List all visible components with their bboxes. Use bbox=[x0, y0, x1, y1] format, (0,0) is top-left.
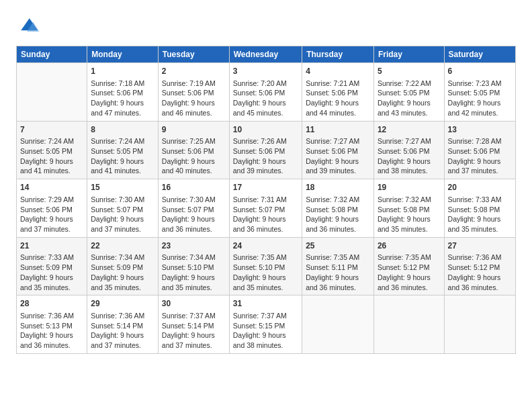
day-number: 16 bbox=[162, 182, 226, 193]
day-info-line: Sunset: 5:13 PM bbox=[20, 321, 83, 331]
day-info-line: Sunrise: 7:26 AM bbox=[233, 136, 298, 146]
day-info-line: and 40 minutes. bbox=[162, 166, 226, 176]
calendar-cell: 11Sunrise: 7:27 AMSunset: 5:06 PMDayligh… bbox=[302, 121, 374, 179]
day-info-line: Sunset: 5:11 PM bbox=[306, 263, 370, 273]
day-number: 29 bbox=[91, 298, 154, 310]
day-info-line: and 37 minutes. bbox=[20, 224, 83, 234]
calendar-cell: 15Sunrise: 7:30 AMSunset: 5:07 PMDayligh… bbox=[87, 179, 159, 238]
day-info-line: Daylight: 9 hours bbox=[233, 330, 298, 340]
day-info-line: Sunset: 5:06 PM bbox=[162, 146, 226, 156]
day-info-line: and 36 minutes. bbox=[306, 283, 370, 293]
day-info-line: Daylight: 9 hours bbox=[162, 156, 226, 167]
day-info-line: and 36 minutes. bbox=[306, 224, 370, 234]
day-info-line: Daylight: 9 hours bbox=[162, 273, 226, 283]
calendar-cell: 10Sunrise: 7:26 AMSunset: 5:06 PMDayligh… bbox=[229, 121, 302, 179]
day-info-line: Sunset: 5:05 PM bbox=[91, 146, 154, 156]
day-number: 1 bbox=[91, 66, 154, 77]
day-info-line: Sunset: 5:09 PM bbox=[20, 263, 83, 273]
day-info-line: Sunset: 5:12 PM bbox=[378, 263, 441, 273]
calendar-cell: 22Sunrise: 7:34 AMSunset: 5:09 PMDayligh… bbox=[87, 237, 159, 295]
day-info-line: Sunset: 5:12 PM bbox=[448, 263, 512, 273]
day-number: 26 bbox=[378, 240, 441, 252]
day-info-line: Daylight: 9 hours bbox=[306, 156, 370, 167]
page: SundayMondayTuesdayWednesdayThursdayFrid… bbox=[0, 0, 532, 411]
day-info-line: Sunrise: 7:22 AM bbox=[378, 79, 441, 89]
calendar-cell: 20Sunrise: 7:33 AMSunset: 5:08 PMDayligh… bbox=[444, 179, 515, 238]
day-info-line: Sunset: 5:09 PM bbox=[91, 263, 154, 273]
calendar-cell: 16Sunrise: 7:30 AMSunset: 5:07 PMDayligh… bbox=[158, 179, 229, 238]
day-info-line: and 36 minutes. bbox=[378, 283, 441, 293]
day-info-line: Daylight: 9 hours bbox=[448, 214, 512, 224]
day-info-line: Sunset: 5:15 PM bbox=[233, 321, 298, 331]
day-info-line: Sunrise: 7:34 AM bbox=[91, 253, 154, 263]
day-number: 6 bbox=[448, 66, 512, 77]
day-info-line: Sunset: 5:06 PM bbox=[233, 88, 298, 98]
day-info-line: Daylight: 9 hours bbox=[233, 98, 298, 108]
day-info-line: Daylight: 9 hours bbox=[91, 98, 154, 108]
day-number: 11 bbox=[306, 124, 370, 136]
day-info-line: Sunset: 5:06 PM bbox=[162, 88, 226, 98]
calendar-cell bbox=[373, 295, 444, 354]
calendar-cell: 14Sunrise: 7:29 AMSunset: 5:06 PMDayligh… bbox=[17, 179, 87, 238]
day-info-line: Daylight: 9 hours bbox=[233, 214, 298, 224]
day-number: 31 bbox=[233, 298, 298, 310]
day-info-line: Sunrise: 7:18 AM bbox=[91, 79, 154, 89]
day-number: 10 bbox=[233, 124, 298, 136]
day-info-line: Daylight: 9 hours bbox=[448, 98, 512, 108]
calendar-cell: 1Sunrise: 7:18 AMSunset: 5:06 PMDaylight… bbox=[87, 63, 159, 122]
day-info-line: Sunset: 5:14 PM bbox=[91, 321, 154, 331]
day-number: 5 bbox=[378, 66, 441, 77]
day-info-line: Sunrise: 7:35 AM bbox=[378, 253, 441, 263]
day-info-line: Sunrise: 7:27 AM bbox=[378, 136, 441, 146]
day-info-line: Daylight: 9 hours bbox=[378, 98, 441, 108]
day-info-line: Sunset: 5:08 PM bbox=[306, 205, 370, 215]
day-info-line: Daylight: 9 hours bbox=[20, 156, 83, 167]
day-info-line: Sunset: 5:08 PM bbox=[378, 205, 441, 215]
day-info-line: Daylight: 9 hours bbox=[306, 273, 370, 283]
col-header-wednesday: Wednesday bbox=[229, 46, 302, 63]
day-info-line: Sunrise: 7:24 AM bbox=[91, 136, 154, 146]
day-info-line: and 36 minutes. bbox=[20, 340, 83, 351]
col-header-friday: Friday bbox=[373, 46, 444, 63]
day-info-line: Daylight: 9 hours bbox=[448, 273, 512, 283]
day-info-line: Sunrise: 7:30 AM bbox=[91, 195, 154, 205]
day-info-line: Sunrise: 7:21 AM bbox=[306, 79, 370, 89]
day-info-line: Daylight: 9 hours bbox=[378, 273, 441, 283]
day-info-line: Sunrise: 7:33 AM bbox=[448, 195, 512, 205]
day-info-line: and 41 minutes. bbox=[20, 166, 83, 176]
day-info-line: Sunset: 5:14 PM bbox=[162, 321, 226, 331]
header bbox=[16, 13, 516, 38]
day-info-line: Sunset: 5:10 PM bbox=[162, 263, 226, 273]
day-number: 23 bbox=[162, 240, 226, 252]
calendar-table: SundayMondayTuesdayWednesdayThursdayFrid… bbox=[16, 46, 516, 354]
col-header-thursday: Thursday bbox=[302, 46, 374, 63]
day-info-line: and 36 minutes. bbox=[448, 283, 512, 293]
week-row-4: 21Sunrise: 7:33 AMSunset: 5:09 PMDayligh… bbox=[17, 237, 516, 295]
col-header-saturday: Saturday bbox=[444, 46, 515, 63]
header-row: SundayMondayTuesdayWednesdayThursdayFrid… bbox=[17, 46, 516, 63]
day-number: 15 bbox=[91, 182, 154, 193]
day-info-line: and 37 minutes. bbox=[162, 340, 226, 351]
day-info-line: and 35 minutes. bbox=[378, 224, 441, 234]
day-number: 19 bbox=[378, 182, 441, 193]
calendar-cell: 6Sunrise: 7:23 AMSunset: 5:05 PMDaylight… bbox=[444, 63, 515, 122]
day-info-line: Daylight: 9 hours bbox=[91, 330, 154, 340]
day-info-line: Sunset: 5:06 PM bbox=[20, 205, 83, 215]
day-info-line: Sunrise: 7:30 AM bbox=[162, 195, 226, 205]
day-info-line: and 36 minutes. bbox=[233, 224, 298, 234]
day-info-line: Daylight: 9 hours bbox=[233, 273, 298, 283]
calendar-cell bbox=[444, 295, 515, 354]
day-info-line: Daylight: 9 hours bbox=[448, 156, 512, 167]
calendar-cell: 21Sunrise: 7:33 AMSunset: 5:09 PMDayligh… bbox=[17, 237, 87, 295]
day-number: 8 bbox=[91, 124, 154, 136]
day-info-line: Sunrise: 7:27 AM bbox=[306, 136, 370, 146]
week-row-2: 7Sunrise: 7:24 AMSunset: 5:05 PMDaylight… bbox=[17, 121, 516, 179]
calendar-cell: 31Sunrise: 7:37 AMSunset: 5:15 PMDayligh… bbox=[229, 295, 302, 354]
calendar-cell: 25Sunrise: 7:35 AMSunset: 5:11 PMDayligh… bbox=[302, 237, 374, 295]
day-info-line: and 35 minutes. bbox=[20, 283, 83, 293]
day-number: 21 bbox=[20, 240, 83, 252]
day-number: 12 bbox=[378, 124, 441, 136]
day-info-line: and 45 minutes. bbox=[233, 108, 298, 118]
col-header-tuesday: Tuesday bbox=[158, 46, 229, 63]
calendar-cell: 23Sunrise: 7:34 AMSunset: 5:10 PMDayligh… bbox=[158, 237, 229, 295]
